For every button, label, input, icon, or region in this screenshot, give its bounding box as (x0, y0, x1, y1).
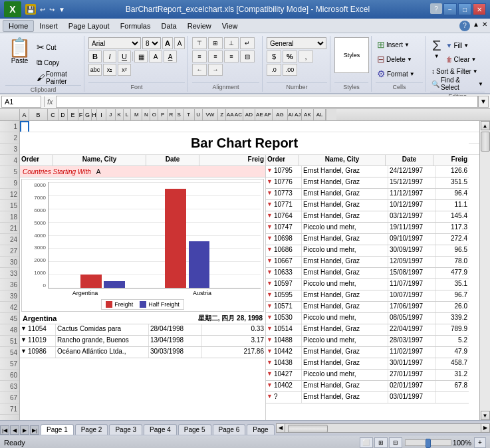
menu-page-layout[interactable]: Page Layout (63, 21, 115, 31)
close-btn[interactable]: ✕ (473, 3, 486, 15)
align-top-btn[interactable]: ⊤ (192, 37, 207, 49)
zoom-slider-track[interactable] (405, 439, 451, 446)
increase-indent-btn[interactable]: → (208, 64, 223, 76)
sheet-tab-page3[interactable]: Page 3 (109, 424, 142, 435)
col-header-i[interactable]: I (97, 109, 106, 120)
hscroll-left-btn[interactable]: ◀ (276, 423, 285, 433)
scroll-up-btn[interactable]: ▲ (481, 121, 490, 130)
col-header-e[interactable]: E (68, 109, 78, 120)
align-center-btn[interactable]: ≡ (208, 51, 223, 62)
menu-home[interactable]: Home (3, 20, 34, 32)
close-ribbon-btn[interactable]: ✕ (482, 21, 487, 31)
zoom-in-btn[interactable]: + (474, 437, 486, 448)
menu-formulas[interactable]: Formulas (115, 21, 156, 31)
menu-view[interactable]: View (217, 21, 243, 31)
page-layout-view-btn[interactable]: ⊞ (374, 437, 388, 448)
tab-nav-last[interactable]: ▶| (30, 425, 39, 435)
minimize-ribbon-btn[interactable]: ▲ (473, 21, 479, 31)
sheet-tab-page[interactable]: Page (247, 424, 274, 435)
cut-btn[interactable]: ✂ Cut (35, 40, 81, 55)
tab-nav-prev[interactable]: ◀ (10, 425, 19, 435)
tab-nav-first[interactable]: |◀ (0, 425, 9, 435)
tab-nav-next[interactable]: ▶ (20, 425, 29, 435)
fill-color-btn[interactable]: A (149, 51, 162, 62)
find-select-btn[interactable]: 🔍 Find & Select ▼ (430, 76, 485, 92)
help-icon[interactable]: ? (459, 21, 470, 31)
col-header-d[interactable]: D (59, 109, 68, 120)
vertical-scrollbar[interactable]: ▲ ▼ (479, 121, 490, 420)
page-break-view-btn[interactable]: ⊟ (389, 437, 402, 448)
col-header-a[interactable]: A (20, 109, 29, 120)
sort-filter-btn[interactable]: ↕ Sort & Filter ▼ (430, 67, 479, 76)
formula-expand-btn[interactable]: ▼ (478, 96, 489, 108)
decrease-decimal-btn[interactable]: .00 (283, 64, 297, 76)
menu-review[interactable]: Review (182, 21, 217, 31)
delete-cells-btn[interactable]: ⊟ Delete ▼ (376, 52, 423, 66)
sheet-tab-page6[interactable]: Page 6 (213, 424, 246, 435)
paste-btn[interactable]: 📋 Paste (5, 37, 34, 66)
hscroll-right-btn[interactable]: ▶ (481, 423, 490, 433)
fill-btn[interactable]: ▼ Fill ▼ (445, 39, 478, 52)
increase-decimal-btn[interactable]: .0 (267, 64, 281, 76)
subscript-btn[interactable]: x₂ (103, 64, 116, 76)
align-left-btn[interactable]: ≡ (192, 51, 207, 62)
col-header-f[interactable]: F (78, 109, 84, 120)
rfreight-13: 339.2 (436, 313, 469, 324)
col-header-g[interactable]: G (84, 109, 92, 120)
underline-btn[interactable]: U (118, 51, 131, 62)
currency-btn[interactable]: $ (267, 51, 281, 62)
align-bottom-btn[interactable]: ⊥ (224, 37, 239, 49)
bold-btn[interactable]: B (88, 51, 102, 62)
format-painter-btn[interactable]: 🖌 Format Painter (35, 70, 81, 85)
styles-btn[interactable]: Styles (334, 37, 369, 73)
quick-access-more[interactable]: ▼ (59, 6, 65, 13)
normal-view-btn[interactable]: ⬜ (360, 437, 373, 448)
text-wrap-btn[interactable]: ↵ (240, 37, 255, 49)
sheet-tab-page1[interactable]: Page 1 (41, 424, 74, 435)
font-format-row: B I U ▦ A A (88, 51, 185, 62)
copy-btn[interactable]: ⧉ Copy (35, 55, 81, 70)
sheet-tab-page4[interactable]: Page 4 (144, 424, 177, 435)
menu-data[interactable]: Data (156, 21, 182, 31)
col-header-h[interactable]: H (92, 109, 97, 120)
quick-access-save[interactable]: 💾 (25, 4, 36, 15)
col-header-c[interactable]: C (48, 109, 59, 120)
font-size-select[interactable]: 8 (142, 37, 161, 49)
sheet-tab-page2[interactable]: Page 2 (75, 424, 108, 435)
menu-insert[interactable]: Insert (34, 21, 63, 31)
format-cells-btn[interactable]: ⚙ Format ▼ (376, 66, 423, 81)
scroll-down-btn[interactable]: ▼ (481, 411, 490, 420)
cell-reference-input[interactable] (1, 96, 41, 108)
align-middle-btn[interactable]: ⊞ (208, 37, 223, 49)
cell-a1[interactable] (20, 121, 29, 132)
merge-center-btn[interactable]: ⊟ (240, 51, 255, 62)
rdate-6: 09/10/1997 (388, 234, 436, 245)
zoom-slider-thumb[interactable] (426, 439, 431, 448)
font-color-btn[interactable]: A (164, 51, 177, 62)
formula-input[interactable] (56, 96, 478, 108)
quick-access-redo[interactable]: ↪ (49, 6, 55, 13)
border-btn[interactable]: ▦ (134, 51, 148, 62)
sum-btn[interactable]: Σ ▼ (430, 37, 443, 60)
col-header-b[interactable]: B (29, 109, 48, 120)
font-name-select[interactable]: Arial (88, 37, 141, 49)
number-format-select[interactable]: General (267, 37, 326, 49)
min-btn[interactable]: − (443, 3, 457, 15)
italic-btn[interactable]: I (103, 51, 116, 62)
strikethrough-btn[interactable]: abc (88, 64, 102, 76)
comma-btn[interactable]: , (299, 51, 313, 62)
superscript-btn[interactable]: x² (118, 64, 131, 76)
sheet-tab-page5[interactable]: Page 5 (178, 424, 211, 435)
hscroll-thumb[interactable] (288, 425, 328, 433)
quick-access-undo[interactable]: ↩ (40, 6, 45, 13)
clear-btn[interactable]: 🗑 Clear ▼ (445, 53, 478, 66)
decrease-indent-btn[interactable]: ← (192, 64, 207, 76)
font-shrink-btn[interactable]: A (174, 37, 185, 49)
align-right-btn[interactable]: ≡ (224, 51, 239, 62)
max-btn[interactable]: □ (458, 3, 471, 15)
scroll-thumb[interactable] (481, 132, 490, 152)
insert-cells-btn[interactable]: ⊞ Insert ▼ (376, 37, 423, 52)
percent-btn[interactable]: % (283, 51, 297, 62)
help-btn[interactable]: ? (430, 3, 442, 14)
font-grow-btn[interactable]: A (162, 37, 173, 49)
